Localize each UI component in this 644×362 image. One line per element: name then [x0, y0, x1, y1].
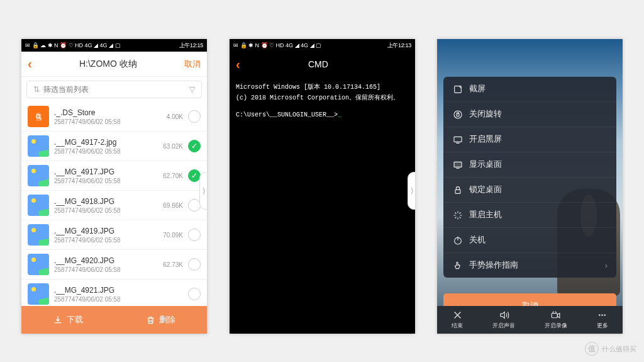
cancel-button[interactable]: 取消	[184, 59, 201, 70]
watermark-text: 什么值得买	[602, 344, 636, 354]
status-icons: ✉ 🔒 ☁ ✱ N ⏰ ♡ HD 4G ◢ 4G ◢ ▢	[25, 42, 121, 48]
file-row[interactable]: .__MG_4918.JPG258774749/06/02 05:5869.66…	[21, 191, 207, 220]
page-title: H:\ZOMO 收纳	[32, 59, 184, 70]
filter-icon[interactable]: ▽	[189, 85, 195, 94]
header: ‹ CMD	[230, 52, 415, 77]
menu-label: 开启黑屏	[469, 134, 502, 145]
menu-label: 手势操作指南	[469, 260, 518, 271]
svg-point-11	[604, 314, 606, 316]
menu-item-gesture[interactable]: 手势操作指南›	[443, 253, 616, 278]
image-icon	[28, 254, 49, 275]
download-icon	[53, 315, 63, 325]
menu-item-power[interactable]: 关机	[443, 228, 616, 253]
terminal-line: Microsoft Windows [版本 10.0.17134.165]	[236, 82, 409, 93]
toolbar-label: 开启录像	[545, 322, 567, 330]
trash-icon	[146, 315, 155, 325]
back-icon[interactable]: ‹	[236, 57, 240, 72]
file-row[interactable]: .__MG_4917-2.jpg258774749/06/02 05:5863.…	[21, 132, 207, 161]
watermark-logo-icon: 值	[585, 342, 599, 356]
status-bar: ✉ 🔒 ☁ ✱ N ⏰ ♡ HD 4G ◢ 4G ◢ ▢ 上午12:15	[21, 39, 207, 52]
checkbox[interactable]	[188, 110, 201, 123]
sort-icon[interactable]: ⇅	[33, 85, 40, 94]
action-menu: 截屏关闭旋转开启黑屏显示桌面锁定桌面重启主机关机手势操作指南›	[443, 77, 616, 278]
show-desktop-icon	[452, 159, 463, 170]
header: ‹ H:\ZOMO 收纳 取消	[21, 52, 207, 77]
file-name: .__MG_4918.JPG	[54, 197, 150, 206]
file-name: .__MG_4917-2.jpg	[54, 138, 150, 147]
download-button[interactable]: 下载	[53, 314, 83, 325]
file-meta: 258774749/06/02 05:58	[54, 266, 150, 273]
record-icon	[550, 310, 561, 320]
svg-rect-3	[457, 113, 459, 116]
gesture-icon	[452, 260, 463, 271]
menu-item-show-desktop[interactable]: 显示桌面	[443, 152, 616, 178]
menu-item-lock-desktop[interactable]: 锁定桌面	[443, 178, 616, 203]
power-icon	[452, 235, 463, 246]
image-icon	[28, 195, 49, 216]
delete-button[interactable]: 删除	[146, 314, 175, 325]
lock-desktop-icon	[452, 184, 463, 195]
file-meta: 258774749/06/02 05:58	[54, 178, 150, 184]
side-handle[interactable]: ⟩	[199, 172, 207, 210]
status-bar: ✉ 🔒 ✱ N ⏰ ♡ HD 4G ◢ 4G ◢ ▢ 上午12:13	[230, 39, 415, 52]
checkbox[interactable]	[188, 169, 201, 182]
bottom-bar: 下载 删除	[21, 306, 207, 334]
toolbar-record[interactable]: 开启录像	[545, 310, 567, 330]
phone-file-browser: ✉ 🔒 ☁ ✱ N ⏰ ♡ HD 4G ◢ 4G ◢ ▢ 上午12:15 ‹ H…	[21, 39, 207, 334]
file-row[interactable]: .__MG_4921.JPG258774749/06/02 05:58	[21, 280, 207, 306]
file-row[interactable]: .__MG_4917.JPG258774749/06/02 05:5862.70…	[21, 161, 207, 191]
file-meta: 258774749/06/02 05:58	[54, 207, 150, 214]
checkbox[interactable]	[188, 140, 201, 152]
checkbox[interactable]	[188, 229, 201, 241]
menu-label: 锁定桌面	[469, 184, 502, 195]
svg-point-9	[599, 314, 601, 316]
checkbox[interactable]	[188, 258, 201, 271]
chevron-right-icon: ›	[605, 261, 608, 270]
status-time: 上午12:15	[179, 42, 203, 50]
file-meta: 258774749/06/02 05:58	[54, 237, 150, 244]
toolbar-sound[interactable]: 开启声音	[492, 310, 515, 330]
status-icons: ✉ 🔒 ✱ N ⏰ ♡ HD 4G ◢ 4G ◢ ▢	[233, 42, 321, 48]
menu-item-rotate-lock[interactable]: 关闭旋转	[443, 102, 616, 127]
image-icon	[28, 165, 49, 186]
checkbox[interactable]	[188, 288, 201, 300]
phone-cmd: ✉ 🔒 ✱ N ⏰ ♡ HD 4G ◢ 4G ◢ ▢ 上午12:13 ‹ CMD…	[230, 39, 415, 334]
side-handle[interactable]: ⟩	[408, 172, 415, 210]
file-size: 69.66K	[155, 202, 183, 209]
document-icon	[28, 106, 49, 127]
toolbar-label: 结束	[452, 322, 463, 330]
cursor-icon: _	[338, 111, 341, 118]
svg-point-10	[601, 314, 603, 316]
file-size: 70.09K	[155, 232, 183, 239]
toolbar-label: 开启声音	[492, 322, 515, 330]
menu-label: 显示桌面	[469, 159, 502, 170]
filter-bar: ⇅ ▽	[26, 81, 202, 98]
toolbar-more[interactable]: 更多	[597, 310, 608, 330]
image-icon	[28, 283, 49, 305]
file-size: 4.00K	[155, 113, 183, 120]
menu-label: 关机	[469, 235, 486, 246]
terminal-output[interactable]: Microsoft Windows [版本 10.0.17134.165] (c…	[230, 77, 415, 334]
file-row[interactable]: .__MG_4920.JPG258774749/06/02 05:5862.73…	[21, 250, 207, 280]
checkbox[interactable]	[188, 199, 201, 212]
file-row[interactable]: ._.DS_Store258774749/06/02 05:584.00K	[21, 102, 207, 132]
file-row[interactable]: .__MG_4919.JPG258774749/06/02 05:5870.09…	[21, 220, 207, 250]
file-name: .__MG_4921.JPG	[54, 286, 150, 295]
menu-item-black-screen[interactable]: 开启黑屏	[443, 127, 616, 152]
svg-rect-4	[454, 137, 462, 142]
svg-rect-5	[454, 162, 462, 167]
image-icon	[28, 135, 49, 157]
menu-item-restart[interactable]: 重启主机	[443, 203, 616, 228]
menu-item-screenshot[interactable]: 截屏	[443, 77, 616, 102]
file-meta: 258774749/06/02 05:58	[54, 296, 150, 303]
filter-input[interactable]	[43, 85, 186, 94]
back-icon[interactable]: ‹	[28, 57, 32, 71]
screenshot-icon	[452, 84, 463, 94]
file-size: 63.02K	[155, 143, 183, 150]
terminal-prompt: C:\Users\__SUNLOGIN_USER__>_	[236, 110, 409, 120]
file-size: 62.70K	[155, 173, 183, 179]
file-name: .__MG_4919.JPG	[54, 227, 150, 235]
page-title: CMD	[240, 59, 396, 69]
rotate-lock-icon	[452, 109, 463, 120]
toolbar-close[interactable]: 结束	[452, 310, 463, 330]
